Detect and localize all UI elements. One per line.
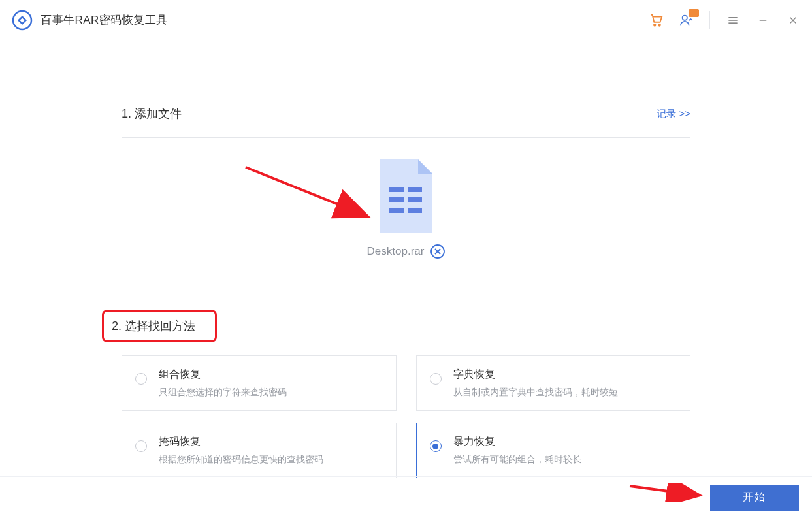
svg-rect-16 [389, 208, 404, 213]
radio-icon [430, 373, 442, 385]
menu-icon[interactable] [726, 13, 740, 27]
method-mask[interactable]: 掩码恢复 根据您所知道的密码信息更快的查找密码 [122, 423, 397, 478]
method-title: 暴力恢复 [453, 435, 677, 449]
app-title: 百事牛RAR密码恢复工具 [41, 12, 168, 27]
radio-icon [430, 440, 442, 452]
close-icon[interactable] [786, 13, 800, 27]
method-bruteforce[interactable]: 暴力恢复 尝试所有可能的组合，耗时较长 [416, 423, 691, 478]
method-desc: 尝试所有可能的组合，耗时较长 [453, 454, 677, 466]
svg-rect-14 [389, 197, 404, 202]
start-button[interactable]: 开始 [710, 485, 799, 511]
main-content: 1. 添加文件 记录 >> Desktop.rar [0, 40, 812, 478]
file-drop-zone[interactable]: Desktop.rar [122, 137, 690, 278]
method-desc: 从自制或内置字典中查找密码，耗时较短 [453, 387, 677, 398]
methods-grid: 组合恢复 只组合您选择的字符来查找密码 字典恢复 从自制或内置字典中查找密码，耗… [122, 355, 690, 478]
titlebar-right [649, 11, 800, 29]
titlebar: 百事牛RAR密码恢复工具 [0, 0, 812, 40]
method-dictionary[interactable]: 字典恢复 从自制或内置字典中查找密码，耗时较短 [416, 355, 691, 411]
svg-rect-13 [408, 187, 422, 192]
svg-point-5 [683, 15, 687, 20]
section2-title: 2. 选择找回方法 [102, 310, 217, 342]
method-desc: 根据您所知道的密码信息更快的查找密码 [159, 454, 383, 466]
footer: 开始 [0, 476, 812, 518]
method-title: 组合恢复 [159, 368, 383, 381]
section1-title: 1. 添加文件 [122, 106, 182, 121]
section2-header: 2. 选择找回方法 [122, 310, 236, 342]
user-badge-icon [689, 9, 699, 17]
svg-point-3 [654, 24, 656, 25]
remove-file-icon[interactable] [430, 244, 445, 259]
method-title: 字典恢复 [453, 368, 677, 381]
minimize-icon[interactable] [756, 13, 770, 27]
radio-icon [135, 440, 147, 452]
svg-point-4 [658, 24, 660, 25]
file-name-row: Desktop.rar [367, 244, 446, 259]
titlebar-left: 百事牛RAR密码恢复工具 [12, 10, 168, 31]
user-icon[interactable] [679, 13, 694, 27]
method-desc: 只组合您选择的字符来查找密码 [159, 387, 383, 398]
svg-rect-17 [408, 208, 422, 213]
app-logo [12, 10, 33, 31]
svg-rect-12 [389, 187, 404, 192]
radio-icon [135, 373, 147, 385]
records-link[interactable]: 记录 >> [657, 108, 690, 120]
file-icon [375, 157, 438, 235]
titlebar-divider [709, 11, 710, 29]
cart-icon[interactable] [649, 13, 664, 27]
method-title: 掩码恢复 [159, 435, 383, 449]
method-combination[interactable]: 组合恢复 只组合您选择的字符来查找密码 [122, 355, 397, 411]
file-name: Desktop.rar [367, 245, 425, 258]
section1-header: 1. 添加文件 记录 >> [122, 106, 690, 121]
svg-rect-15 [408, 197, 422, 202]
